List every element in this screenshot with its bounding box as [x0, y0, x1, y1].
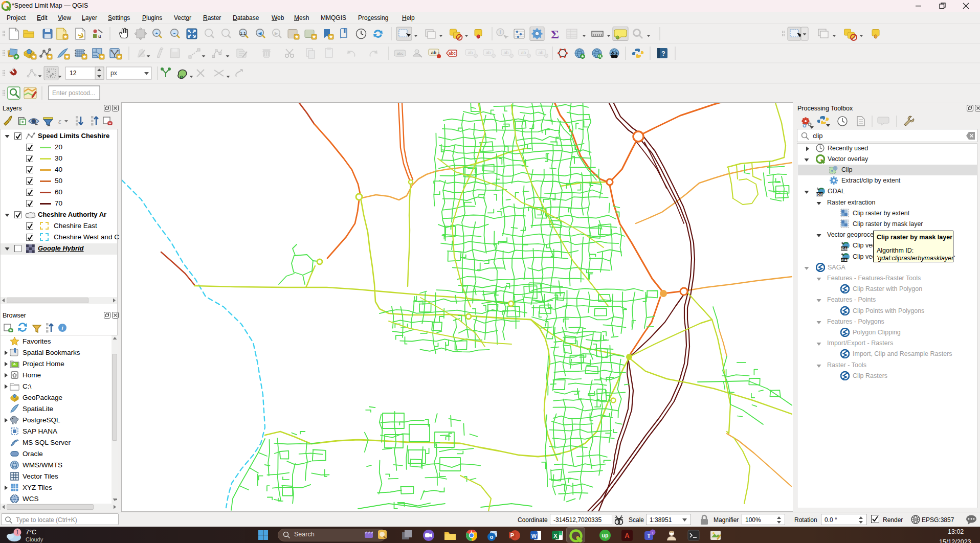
svg-text:GDAL: GDAL — [840, 247, 849, 251]
svg-text:ab: ab — [468, 50, 473, 55]
svg-text:o: o — [490, 534, 494, 540]
svg-text:ab: ab — [539, 50, 544, 55]
svg-text:X: X — [553, 533, 558, 539]
svg-text:GDAL: GDAL — [840, 258, 849, 262]
svg-text:i: i — [500, 30, 501, 35]
svg-text:up: up — [602, 532, 609, 538]
svg-text:W: W — [531, 533, 537, 539]
svg-text:A: A — [625, 532, 630, 539]
svg-text:1: 1 — [16, 529, 19, 535]
svg-text:ab: ab — [486, 50, 491, 55]
svg-text:Σ: Σ — [551, 28, 559, 41]
svg-text:−: − — [173, 31, 176, 36]
svg-text:ε: ε — [58, 118, 61, 125]
svg-text:ab: ab — [504, 50, 509, 55]
svg-text:1:1: 1:1 — [240, 31, 246, 36]
svg-text:abc: abc — [449, 51, 456, 56]
svg-text:GDAL: GDAL — [816, 193, 825, 196]
svg-text:◀: ◀ — [258, 31, 262, 36]
svg-text:P: P — [510, 532, 514, 538]
svg-text:?: ? — [661, 50, 665, 57]
svg-text:Enter postcod...: Enter postcod... — [52, 89, 95, 97]
svg-text:ab: ab — [431, 50, 437, 55]
svg-text:abc: abc — [397, 51, 404, 56]
svg-text:a: a — [98, 33, 101, 39]
svg-text:ab: ab — [521, 50, 526, 55]
svg-text:12: 12 — [70, 70, 77, 77]
svg-text:▶: ▶ — [274, 31, 278, 36]
svg-text:px: px — [110, 70, 117, 77]
svg-text:T: T — [647, 533, 651, 539]
svg-text:1: 1 — [652, 531, 654, 535]
svg-text:+: + — [155, 31, 158, 36]
